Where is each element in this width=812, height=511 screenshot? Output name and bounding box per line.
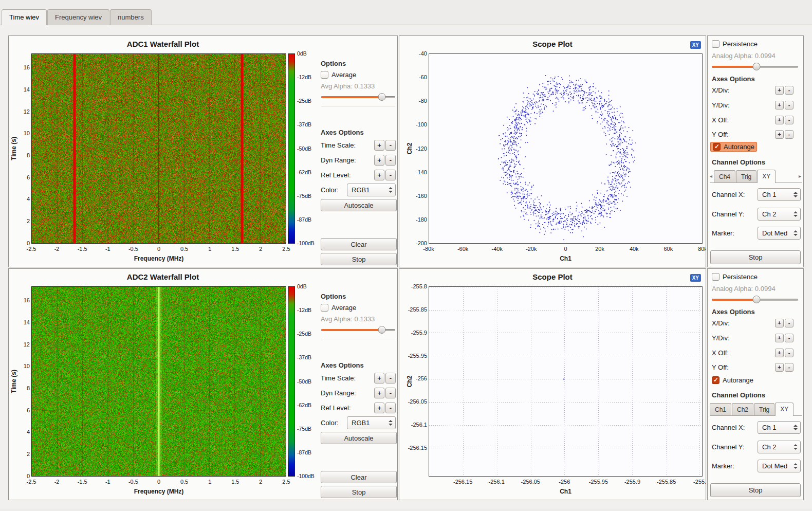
scope1-plot-area[interactable] (429, 53, 703, 244)
tab-ch1[interactable]: Ch1 (710, 403, 731, 415)
tab-scroll-left-icon[interactable]: ◂ (710, 173, 714, 182)
spinner-arrows-icon[interactable] (793, 444, 798, 450)
marker-select[interactable]: Dot Med (758, 227, 801, 240)
dyn-range-increase-button[interactable]: + (374, 388, 384, 398)
slider-handle[interactable] (378, 326, 386, 334)
waterfall1-heatmap[interactable] (31, 53, 286, 244)
checkbox-unchecked-icon[interactable] (321, 304, 328, 312)
autorange-checkbox[interactable]: Autorange (710, 142, 757, 152)
time-scale-increase-button[interactable]: + (374, 373, 384, 384)
color-select[interactable]: RGB1 (347, 184, 396, 196)
waterfall2-y-ticks: 1614121086420 (18, 286, 30, 476)
y-div-decrease-button[interactable]: - (785, 334, 793, 342)
checkbox-unchecked-icon[interactable] (712, 273, 719, 281)
tab-ch2[interactable]: Ch2 (732, 403, 753, 415)
channel-y-select[interactable]: Ch 2 (758, 208, 801, 221)
channel-x-select[interactable]: Ch 1 (758, 188, 801, 201)
spinner-arrows-icon[interactable] (793, 211, 798, 217)
stop-button[interactable]: Stop (321, 486, 397, 498)
spinner-arrows-icon[interactable] (389, 420, 393, 426)
average-checkbox[interactable]: Average (321, 71, 356, 79)
tick-label: 1 (208, 246, 211, 252)
dyn-range-decrease-button[interactable]: - (385, 155, 396, 166)
spinner-arrows-icon[interactable] (793, 192, 798, 197)
autoscale-button[interactable]: Autoscale (321, 432, 397, 444)
average-checkbox[interactable]: Average (321, 304, 356, 312)
tab-xy[interactable]: XY (775, 403, 793, 416)
y-div-increase-button[interactable]: + (775, 334, 784, 342)
slider-handle[interactable] (753, 63, 761, 70)
x-off-increase-button[interactable]: + (775, 349, 784, 357)
waterfall2-heatmap[interactable] (31, 286, 286, 477)
x-off-decrease-button[interactable]: - (785, 116, 793, 124)
tick-label: -50dB (297, 145, 311, 152)
x-off-decrease-button[interactable]: - (785, 349, 793, 357)
x-div-decrease-button[interactable]: - (785, 319, 793, 327)
y-div-row: Y/Div: + - (712, 334, 801, 343)
tick-label: -256.05 (521, 479, 540, 485)
analog-alpha-slider[interactable] (712, 63, 798, 70)
ref-level-decrease-button[interactable]: - (385, 403, 396, 413)
checkbox-unchecked-icon[interactable] (321, 71, 328, 79)
channel-x-select[interactable]: Ch 1 (758, 421, 801, 434)
tick-label: 0dB (297, 50, 307, 57)
spinner-arrows-icon[interactable] (793, 230, 798, 236)
stop-button[interactable]: Stop (710, 250, 801, 264)
checkbox-unchecked-icon[interactable] (712, 40, 719, 48)
time-scale-decrease-button[interactable]: - (385, 373, 396, 384)
avg-alpha-slider[interactable] (321, 93, 395, 101)
tab-scroll-right-icon[interactable]: ▸ (799, 173, 802, 182)
tab-trig[interactable]: Trig (736, 170, 756, 182)
analog-alpha-slider[interactable] (712, 296, 798, 303)
persistence-checkbox[interactable]: Persistence (712, 40, 758, 48)
marker-select[interactable]: Dot Med (758, 460, 801, 472)
spinner-arrows-icon[interactable] (793, 425, 798, 430)
y-off-decrease-button[interactable]: - (785, 130, 793, 139)
autoscale-button[interactable]: Autoscale (321, 199, 397, 211)
persistence-checkbox[interactable]: Persistence (712, 273, 758, 281)
x-div-increase-button[interactable]: + (775, 86, 784, 95)
y-off-increase-button[interactable]: + (775, 130, 784, 139)
stop-button[interactable]: Stop (710, 483, 801, 497)
tab-trig[interactable]: Trig (754, 403, 774, 415)
stop-button[interactable]: Stop (321, 253, 397, 265)
y-div-decrease-button[interactable]: - (785, 101, 793, 110)
tick-label: 1 (208, 479, 211, 485)
tab-numbers[interactable]: numbers (110, 9, 152, 25)
spinner-arrows-icon[interactable] (389, 187, 393, 193)
ref-level-decrease-button[interactable]: - (385, 170, 396, 180)
tab-frequency-wiev[interactable]: Frequency wiev (47, 9, 109, 25)
marker-row: Marker: Dot Med (712, 227, 801, 240)
x-div-decrease-button[interactable]: - (785, 86, 793, 95)
channel-y-select[interactable]: Ch 2 (758, 441, 801, 453)
tick-label: -25dB (297, 331, 311, 337)
spinner-arrows-icon[interactable] (793, 463, 798, 469)
clear-button[interactable]: Clear (321, 471, 397, 483)
tab-ch4[interactable]: Ch4 (714, 170, 735, 182)
tab-xy[interactable]: XY (757, 170, 776, 183)
tab-time-wiev[interactable]: Time wiev (2, 9, 47, 25)
ref-level-increase-button[interactable]: + (374, 170, 384, 180)
scope2-plot-area[interactable] (429, 286, 703, 477)
y-off-increase-button[interactable]: + (775, 363, 784, 372)
clear-button[interactable]: Clear (321, 238, 397, 250)
checkbox-checked-icon[interactable] (713, 143, 721, 151)
y-div-label: Y/Div: (712, 334, 730, 342)
time-scale-increase-button[interactable]: + (374, 140, 384, 151)
y-off-decrease-button[interactable]: - (785, 363, 793, 372)
waterfall1-x-ticks: -2.5-2-1.5-1-0.500.511.522.5 (31, 246, 286, 253)
dyn-range-increase-button[interactable]: + (374, 155, 384, 166)
ref-level-increase-button[interactable]: + (374, 403, 384, 413)
time-scale-decrease-button[interactable]: - (385, 140, 396, 151)
dyn-range-decrease-button[interactable]: - (385, 388, 396, 398)
y-div-increase-button[interactable]: + (775, 101, 784, 110)
x-off-increase-button[interactable]: + (775, 116, 784, 124)
slider-handle[interactable] (753, 296, 761, 303)
avg-alpha-slider[interactable] (321, 326, 395, 334)
color-select[interactable]: RGB1 (347, 416, 396, 429)
checkbox-checked-icon[interactable] (712, 376, 719, 384)
slider-handle[interactable] (378, 93, 386, 101)
x-div-increase-button[interactable]: + (775, 319, 784, 327)
channel-y-value: Ch 2 (762, 443, 790, 451)
autorange-checkbox[interactable]: Autorange (712, 376, 753, 384)
